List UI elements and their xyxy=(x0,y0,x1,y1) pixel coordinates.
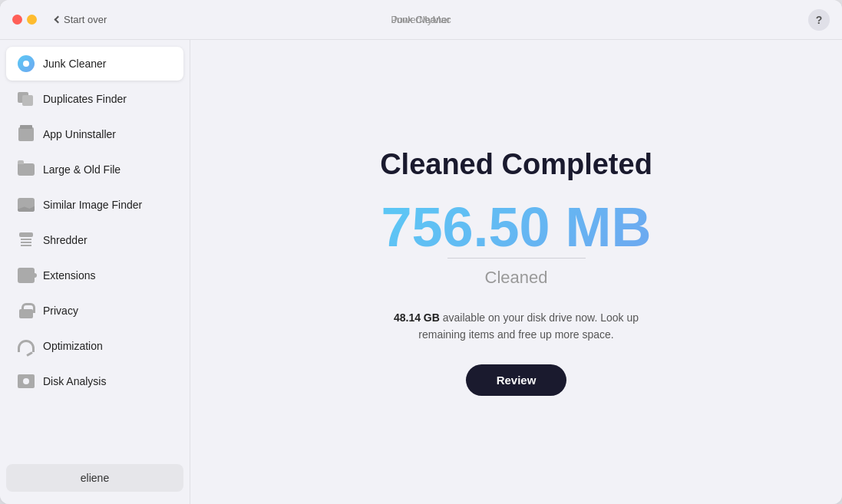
optimization-icon xyxy=(17,337,35,355)
divider-line xyxy=(447,258,586,259)
speed-icon-shape xyxy=(18,340,35,352)
sidebar: Junk Cleaner Duplicates Finder App Unins… xyxy=(0,40,190,504)
sidebar-label-large-old-file: Large & Old File xyxy=(43,163,121,176)
disk-gb-value: 48.14 GB xyxy=(394,311,440,324)
disk-icon-shape xyxy=(18,374,35,388)
shredder-icon xyxy=(17,231,35,249)
sidebar-item-similar-image-finder[interactable]: Similar Image Finder xyxy=(6,188,183,222)
sidebar-item-junk-cleaner[interactable]: Junk Cleaner xyxy=(6,47,183,81)
image-icon-shape xyxy=(18,198,35,212)
sidebar-item-large-old-file[interactable]: Large & Old File xyxy=(6,153,183,186)
junk-icon-shape xyxy=(18,55,35,72)
sidebar-item-disk-analysis[interactable]: Disk Analysis xyxy=(6,364,183,398)
sidebar-label-app-uninstaller: App Uninstaller xyxy=(43,128,116,140)
start-over-button[interactable]: Start over xyxy=(55,14,107,25)
sidebar-item-privacy[interactable]: Privacy xyxy=(6,294,183,328)
review-button[interactable]: Review xyxy=(466,364,567,396)
cleaned-completed-title: Cleaned Completed xyxy=(380,148,652,181)
minimize-button[interactable] xyxy=(27,15,37,25)
folder-icon-shape xyxy=(18,163,35,176)
box-icon-shape xyxy=(18,127,34,141)
close-button[interactable] xyxy=(12,15,22,25)
main-content: Cleaned Completed 756.50 MB Cleaned 48.1… xyxy=(190,40,842,504)
sidebar-label-junk-cleaner: Junk Cleaner xyxy=(43,58,107,70)
disk-analysis-icon xyxy=(17,372,35,390)
duplicates-icon-shape xyxy=(18,92,35,106)
sidebar-item-optimization[interactable]: Optimization xyxy=(6,329,183,363)
extensions-icon xyxy=(17,266,35,285)
sidebar-item-shredder[interactable]: Shredder xyxy=(6,223,183,257)
window-title: Junk Cleaner xyxy=(391,14,451,25)
sidebar-label-privacy: Privacy xyxy=(43,305,78,317)
app-uninstaller-icon xyxy=(17,125,35,143)
sidebar-spacer xyxy=(0,399,190,461)
chevron-left-icon xyxy=(54,16,62,24)
sidebar-label-optimization: Optimization xyxy=(43,340,103,352)
traffic-lights xyxy=(12,15,37,25)
junk-cleaner-icon xyxy=(17,54,35,73)
cleaned-size-value: 756.50 MB xyxy=(381,199,651,255)
sidebar-label-shredder: Shredder xyxy=(43,234,88,246)
lock-icon-shape xyxy=(19,303,33,318)
title-bar: Start over PowerMyMac Junk Cleaner ? xyxy=(0,0,842,40)
disk-info-suffix: available on your disk drive now. Look u… xyxy=(418,311,639,341)
sidebar-item-app-uninstaller[interactable]: App Uninstaller xyxy=(6,117,183,151)
sidebar-label-disk-analysis: Disk Analysis xyxy=(43,375,106,387)
sidebar-label-duplicates-finder: Duplicates Finder xyxy=(43,93,127,105)
content-area: Junk Cleaner Duplicates Finder App Unins… xyxy=(0,40,842,504)
shredder-icon-shape xyxy=(18,232,35,248)
sidebar-label-extensions: Extensions xyxy=(43,269,95,282)
similar-image-finder-icon xyxy=(17,196,35,214)
privacy-icon xyxy=(17,301,35,320)
sidebar-user[interactable]: eliene xyxy=(6,464,183,492)
app-window: Start over PowerMyMac Junk Cleaner ? Jun… xyxy=(0,0,842,504)
start-over-label: Start over xyxy=(64,14,107,25)
puzzle-icon-shape xyxy=(18,268,35,283)
cleaned-label: Cleaned xyxy=(485,268,548,288)
disk-info-text: 48.14 GB available on your disk drive no… xyxy=(394,309,639,344)
sidebar-label-similar-image-finder: Similar Image Finder xyxy=(43,199,142,211)
large-old-file-icon xyxy=(17,160,35,179)
duplicates-finder-icon xyxy=(17,90,35,108)
sidebar-item-extensions[interactable]: Extensions xyxy=(6,259,183,292)
sidebar-item-duplicates-finder[interactable]: Duplicates Finder xyxy=(6,82,183,116)
help-button[interactable]: ? xyxy=(808,9,830,31)
